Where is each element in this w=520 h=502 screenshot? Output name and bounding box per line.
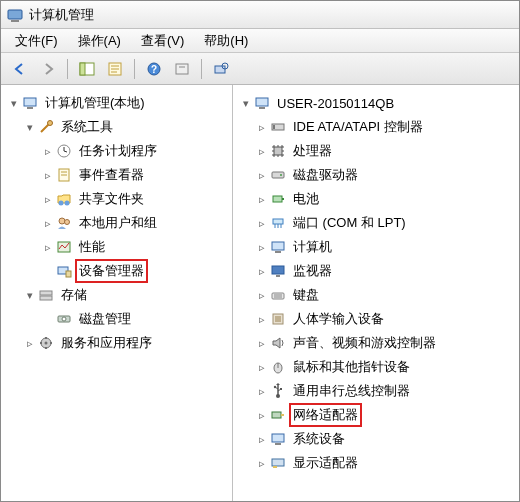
expand-icon[interactable]: ▹ <box>41 145 55 158</box>
device-cpu[interactable]: ▹ 处理器 <box>237 139 517 163</box>
expand-icon[interactable]: ▹ <box>255 169 269 182</box>
device-monitor[interactable]: ▹ 监视器 <box>237 259 517 283</box>
svg-rect-1 <box>11 20 19 22</box>
expand-icon[interactable]: ▹ <box>255 145 269 158</box>
forward-button[interactable] <box>35 57 61 81</box>
device-root[interactable]: ▾ USER-20150114QB <box>237 91 517 115</box>
expand-icon[interactable]: ▹ <box>255 265 269 278</box>
device-hid[interactable]: ▹ 人体学输入设备 <box>237 307 517 331</box>
expand-icon[interactable]: ▹ <box>255 193 269 206</box>
hid-icon <box>269 310 287 328</box>
mouse-icon <box>269 358 287 376</box>
svg-rect-30 <box>40 291 52 295</box>
tree-storage[interactable]: ▾ 存储 <box>5 283 230 307</box>
node-label: 磁盘驱动器 <box>291 165 360 185</box>
device-display[interactable]: ▹ 显示适配器 <box>237 451 517 475</box>
menu-file[interactable]: 文件(F) <box>5 30 68 52</box>
expand-icon[interactable]: ▹ <box>255 337 269 350</box>
svg-rect-67 <box>272 459 284 466</box>
expand-icon[interactable]: ▹ <box>255 457 269 470</box>
device-ide[interactable]: ▹ IDE ATA/ATAPI 控制器 <box>237 115 517 139</box>
collapse-icon[interactable]: ▾ <box>239 97 253 110</box>
services-icon <box>37 334 55 352</box>
tree-shared-folders[interactable]: ▹ 共享文件夹 <box>5 187 230 211</box>
svg-rect-52 <box>276 275 280 277</box>
device-mouse[interactable]: ▹ 鼠标和其他指针设备 <box>237 355 517 379</box>
expand-icon[interactable]: ▹ <box>41 241 55 254</box>
expand-icon[interactable]: ▹ <box>255 409 269 422</box>
node-label: 系统工具 <box>59 117 115 137</box>
tree-local-users[interactable]: ▹ 本地用户和组 <box>5 211 230 235</box>
device-usb[interactable]: ▹ 通用串行总线控制器 <box>237 379 517 403</box>
properties-button[interactable] <box>102 57 128 81</box>
tree-root-local[interactable]: ▾ 计算机管理(本地) <box>5 91 230 115</box>
show-hide-console-tree-button[interactable] <box>74 57 100 81</box>
device-system[interactable]: ▹ 系统设备 <box>237 427 517 451</box>
ide-controller-icon <box>269 118 287 136</box>
expand-icon[interactable]: ▹ <box>255 433 269 446</box>
help-button[interactable]: ? <box>141 57 167 81</box>
device-battery[interactable]: ▹ 电池 <box>237 187 517 211</box>
svg-rect-66 <box>275 443 281 445</box>
collapse-icon[interactable]: ▾ <box>7 97 21 110</box>
keyboard-icon <box>269 286 287 304</box>
device-computer[interactable]: ▹ 计算机 <box>237 235 517 259</box>
svg-rect-64 <box>281 414 284 416</box>
svg-point-16 <box>48 121 53 126</box>
tree-system-tools[interactable]: ▾ 系统工具 <box>5 115 230 139</box>
expand-icon[interactable]: ▹ <box>255 289 269 302</box>
scan-hardware-button[interactable] <box>208 57 234 81</box>
expand-icon[interactable]: ▹ <box>255 217 269 230</box>
device-network-adapters[interactable]: ▹ 网络适配器 <box>237 403 517 427</box>
expand-icon[interactable]: ▹ <box>23 337 37 350</box>
svg-rect-12 <box>215 66 225 73</box>
device-keyboard[interactable]: ▹ 键盘 <box>237 283 517 307</box>
svg-rect-50 <box>275 251 281 253</box>
expand-icon[interactable]: ▹ <box>41 169 55 182</box>
action-button[interactable] <box>169 57 195 81</box>
svg-rect-39 <box>273 125 275 129</box>
event-log-icon <box>55 166 73 184</box>
node-label: 声音、视频和游戏控制器 <box>291 333 438 353</box>
expand-icon[interactable]: ▹ <box>41 193 55 206</box>
expand-icon[interactable]: ▹ <box>255 313 269 326</box>
svg-rect-49 <box>272 242 284 250</box>
svg-rect-0 <box>8 10 22 19</box>
back-button[interactable] <box>7 57 33 81</box>
expand-icon[interactable]: ▹ <box>255 121 269 134</box>
svg-point-24 <box>65 201 70 206</box>
menu-action[interactable]: 操作(A) <box>68 30 131 52</box>
device-disk-drives[interactable]: ▹ 磁盘驱动器 <box>237 163 517 187</box>
menu-view[interactable]: 查看(V) <box>131 30 194 52</box>
computer-icon <box>269 238 287 256</box>
tree-task-scheduler[interactable]: ▹ 任务计划程序 <box>5 139 230 163</box>
tree-disk-management[interactable]: 磁盘管理 <box>5 307 230 331</box>
window-title: 计算机管理 <box>29 6 94 24</box>
console-tree-pane: ▾ 计算机管理(本地) ▾ 系统工具 ▹ 任务计划程序 <box>1 85 233 501</box>
menu-help[interactable]: 帮助(H) <box>194 30 258 52</box>
expand-icon[interactable]: ▹ <box>255 385 269 398</box>
app-icon <box>7 7 23 23</box>
tree-event-viewer[interactable]: ▹ 事件查看器 <box>5 163 230 187</box>
shared-folder-icon <box>55 190 73 208</box>
expand-icon[interactable]: ▹ <box>255 241 269 254</box>
node-label: 计算机管理(本地) <box>43 93 147 113</box>
svg-rect-36 <box>256 98 268 106</box>
collapse-icon[interactable]: ▾ <box>23 289 37 302</box>
svg-text:?: ? <box>151 64 157 75</box>
svg-rect-44 <box>282 198 284 200</box>
svg-point-61 <box>274 386 276 388</box>
collapse-icon[interactable]: ▾ <box>23 121 37 134</box>
tree-services-apps[interactable]: ▹ 服务和应用程序 <box>5 331 230 355</box>
performance-icon <box>55 238 73 256</box>
svg-rect-51 <box>272 266 284 274</box>
device-ports[interactable]: ▹ 端口 (COM 和 LPT) <box>237 211 517 235</box>
node-label: 显示适配器 <box>291 453 360 473</box>
device-sound[interactable]: ▹ 声音、视频和游戏控制器 <box>237 331 517 355</box>
node-label: 磁盘管理 <box>77 309 133 329</box>
tree-performance[interactable]: ▹ 性能 <box>5 235 230 259</box>
expand-icon[interactable]: ▹ <box>41 217 55 230</box>
tree-device-manager[interactable]: 设备管理器 <box>5 259 230 283</box>
expand-icon[interactable]: ▹ <box>255 361 269 374</box>
node-label: 事件查看器 <box>77 165 146 185</box>
